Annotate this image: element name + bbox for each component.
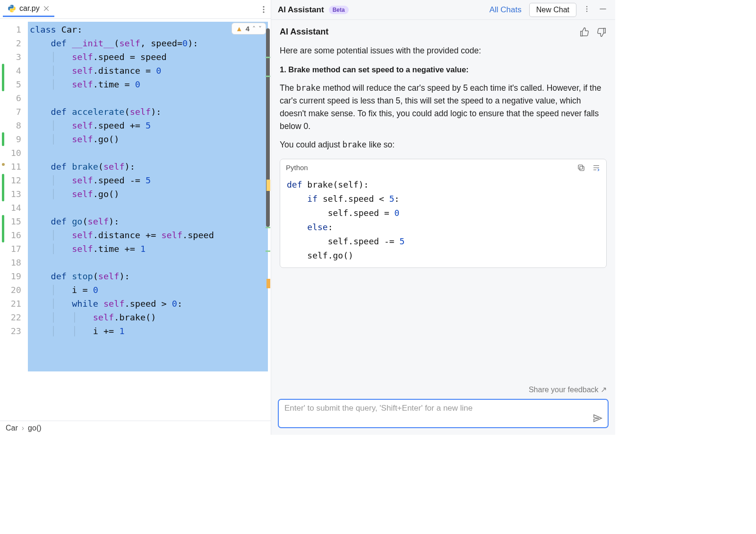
chevron-right-icon: › (22, 424, 24, 432)
message-intro: Here are some potential issues with the … (280, 44, 607, 57)
insert-icon[interactable] (592, 164, 601, 172)
code-lang: Python (286, 162, 308, 173)
ai-header: AI Assistant Beta All Chats New Chat (271, 0, 615, 20)
chat-input[interactable] (284, 404, 603, 423)
close-icon[interactable] (43, 5, 50, 12)
marker-yellow (266, 180, 270, 191)
breadcrumb[interactable]: Car › go() (0, 421, 271, 435)
editor-pane: car.py 123456789101112131415161718192021… (0, 0, 271, 435)
file-tab[interactable]: car.py (3, 1, 54, 17)
marker-orange (266, 279, 270, 288)
share-feedback-link[interactable]: Share your feedback ↗ (271, 383, 615, 397)
ai-assistant-pane: AI Assistant Beta All Chats New Chat AI … (271, 0, 615, 435)
svg-point-3 (586, 6, 588, 8)
chat-input-wrap[interactable] (278, 399, 609, 428)
warning-count: 4 (246, 25, 249, 33)
breadcrumb-member[interactable]: go() (28, 424, 41, 432)
all-chats-link[interactable]: All Chats (490, 5, 522, 15)
gutter-strip (0, 19, 7, 421)
marker-green (266, 250, 270, 252)
copy-icon[interactable] (577, 164, 585, 172)
svg-rect-6 (580, 166, 584, 171)
thumbs-down-icon[interactable] (596, 27, 607, 37)
ai-title: AI Assistant (278, 5, 324, 15)
svg-point-5 (586, 11, 588, 12)
warning-icon: ▲ (236, 25, 243, 33)
thumbs-up-icon[interactable] (579, 27, 590, 37)
kebab-icon[interactable] (581, 3, 593, 16)
scrollbar-thumb[interactable] (266, 28, 270, 227)
issue-heading: 1. Brake method can set speed to a negat… (280, 64, 607, 76)
issue-body: The brake method will reduce the car's s… (280, 82, 607, 133)
python-icon (8, 4, 16, 13)
issue-adjust: You could adjust brake like so: (280, 138, 607, 151)
tab-bar: car.py (0, 0, 271, 19)
marker-green (266, 57, 270, 58)
code-block: Python def brake(self): if self.speed < … (280, 159, 607, 268)
beta-badge: Beta (329, 6, 349, 14)
line-numbers: 1234567891011121314151617181920212223 (7, 19, 28, 421)
vertical-scrollbar[interactable] (265, 22, 271, 421)
svg-rect-7 (578, 165, 583, 169)
svg-point-4 (586, 9, 588, 10)
minimize-icon[interactable] (597, 3, 609, 16)
ai-body: AI Assistant Here are some potential iss… (271, 20, 615, 383)
kebab-icon[interactable] (259, 5, 268, 14)
message-sender: AI Assistant (280, 26, 328, 39)
chevron-up-icon[interactable]: ˄ (252, 25, 256, 33)
marker-green (266, 76, 270, 77)
marker-green (266, 227, 270, 228)
inspection-chip[interactable]: ▲ 4 ˄ ˅ (232, 23, 266, 34)
code-snippet[interactable]: def brake(self): if self.speed < 5: self… (280, 176, 606, 267)
breadcrumb-class[interactable]: Car (6, 424, 18, 432)
svg-point-1 (263, 9, 264, 10)
svg-point-2 (263, 11, 264, 13)
chevron-down-icon[interactable]: ˅ (258, 25, 262, 33)
svg-point-0 (263, 6, 264, 7)
new-chat-button[interactable]: New Chat (529, 3, 576, 17)
send-icon[interactable] (593, 413, 603, 423)
code-text[interactable]: class Car: def __init__(self, speed=0): … (28, 23, 271, 338)
file-tab-label: car.py (19, 4, 40, 13)
code-editor[interactable]: 1234567891011121314151617181920212223 ▲ … (0, 19, 271, 421)
